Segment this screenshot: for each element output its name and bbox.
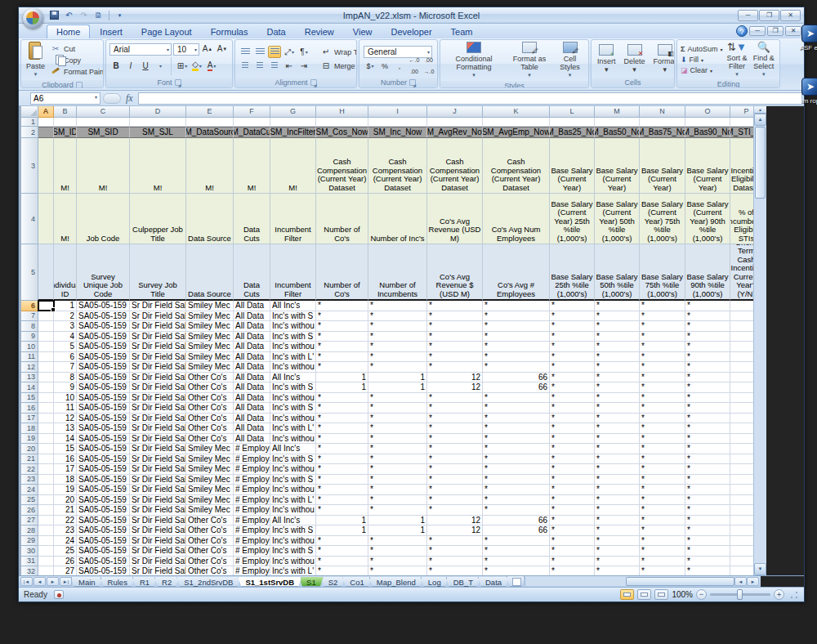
cell-E25[interactable]: Smiley Mec: [186, 495, 234, 506]
cell-I18[interactable]: *: [368, 423, 427, 434]
cell-M32[interactable]: *: [595, 566, 640, 575]
cell-L15[interactable]: *: [550, 393, 595, 404]
cell-P1[interactable]: [730, 118, 753, 127]
merge-center-button[interactable]: ⊟Merge & Center▾: [319, 60, 357, 71]
cell-J27[interactable]: 12: [427, 516, 483, 526]
cell-O23[interactable]: *: [685, 475, 730, 485]
cell-O19[interactable]: *: [685, 434, 730, 445]
cell-F25[interactable]: # Employe: [234, 495, 270, 506]
alignment-dialog-launcher[interactable]: [310, 79, 317, 86]
sheet-tab-co1[interactable]: Co1: [342, 577, 371, 587]
cell-M18[interactable]: *: [595, 423, 640, 434]
cell-N7[interactable]: *: [640, 311, 685, 322]
cell-E30[interactable]: Other Co's: [186, 546, 234, 557]
cell-K23[interactable]: *: [483, 475, 550, 485]
sheet-tab-log[interactable]: Log: [421, 577, 449, 587]
cell-H5[interactable]: Number of Co's: [316, 244, 368, 301]
cell-L7[interactable]: *: [550, 311, 595, 322]
cell-C24[interactable]: SA05-05-159: [77, 485, 130, 495]
cell-F17[interactable]: All Data: [234, 414, 270, 424]
cell-O24[interactable]: *: [685, 485, 730, 495]
row-header-32[interactable]: 32: [21, 566, 38, 575]
cell-C13[interactable]: SA05-05-159: [77, 373, 130, 383]
cell-D3[interactable]: M!: [130, 138, 186, 194]
cell-B24[interactable]: 19: [54, 485, 77, 495]
cell-H3[interactable]: Cash Compensation (Current Year) Dataset: [316, 138, 368, 194]
underline-button[interactable]: U: [139, 60, 152, 72]
column-header-A[interactable]: A: [38, 106, 54, 118]
cell-J1[interactable]: [427, 118, 483, 127]
page-layout-view-button[interactable]: [637, 589, 651, 600]
cell-G29[interactable]: Inc's withou: [270, 536, 316, 547]
cell-K14[interactable]: 66: [483, 382, 550, 393]
cell-G14[interactable]: Inc's with S: [270, 382, 316, 393]
vertical-scrollbar[interactable]: ▲▼ ▲ ▼: [753, 106, 766, 575]
cell-A22[interactable]: [38, 464, 54, 475]
cell-A12[interactable]: [38, 362, 54, 373]
cell-F7[interactable]: All Data: [234, 311, 270, 322]
cell-L17[interactable]: *: [550, 414, 595, 424]
cell-B6[interactable]: 1: [54, 301, 77, 311]
resize-grip[interactable]: [789, 590, 799, 600]
cell-H31[interactable]: *: [316, 557, 368, 567]
number-format-combo[interactable]: General▾: [364, 46, 432, 58]
cell-E8[interactable]: Smiley Mec: [186, 321, 234, 332]
cell-A7[interactable]: [38, 311, 54, 322]
cell-P12[interactable]: [730, 362, 753, 373]
ribbon-tab-review[interactable]: Review: [296, 25, 343, 38]
cell-J2[interactable]: SM_AvgRev_Now: [427, 127, 483, 138]
cell-O10[interactable]: *: [685, 342, 730, 352]
cell-O18[interactable]: *: [685, 423, 730, 434]
cell-D15[interactable]: Sr Dir Field Sal: [130, 393, 186, 404]
cell-J4[interactable]: Co's Avg Revenue (USD M): [427, 194, 483, 244]
cell-N24[interactable]: *: [640, 485, 685, 495]
cell-I1[interactable]: [368, 118, 427, 127]
align-bottom-button[interactable]: [268, 46, 281, 58]
cell-A11[interactable]: [38, 352, 54, 363]
cell-K27[interactable]: 66: [483, 516, 550, 526]
cell-M4[interactable]: Base Salary (Current Year) 50th %tile (1…: [595, 194, 640, 244]
format-cells-button[interactable]: ◧ Format▾: [650, 44, 675, 74]
cell-P22[interactable]: [730, 464, 753, 475]
cell-P30[interactable]: [730, 546, 753, 557]
cell-A3[interactable]: [38, 138, 54, 194]
cell-I27[interactable]: 1: [368, 516, 427, 526]
cell-N13[interactable]: *: [640, 373, 685, 383]
cell-F1[interactable]: [234, 118, 270, 127]
cell-M7[interactable]: *: [595, 311, 640, 322]
cell-F30[interactable]: # Employe: [234, 546, 270, 557]
cell-A1[interactable]: [38, 118, 54, 127]
cell-D28[interactable]: Sr Dir Field Sal: [130, 525, 186, 536]
cell-O28[interactable]: *: [685, 525, 730, 536]
cell-D23[interactable]: Sr Dir Field Sal: [130, 475, 186, 485]
cell-M8[interactable]: *: [595, 321, 640, 332]
italic-button[interactable]: I: [124, 60, 137, 72]
cell-A14[interactable]: [38, 382, 54, 393]
cell-L5[interactable]: Base Salary 25th %tile (1,000's): [550, 244, 595, 301]
column-header-B[interactable]: B: [54, 106, 77, 118]
scroll-left-arrow[interactable]: ◄: [734, 577, 747, 586]
cell-D29[interactable]: Sr Dir Field Sal: [130, 536, 186, 547]
cell-C26[interactable]: SA05-05-159: [77, 505, 130, 516]
cell-M20[interactable]: *: [595, 444, 640, 454]
cell-K4[interactable]: Co's Avg Num Employees: [483, 194, 550, 244]
formula-input[interactable]: [138, 92, 802, 105]
cell-F19[interactable]: All Data: [234, 434, 270, 445]
first-sheet-button[interactable]: |◄: [20, 577, 33, 586]
cell-G31[interactable]: Inc's withou: [270, 557, 316, 567]
cell-M25[interactable]: *: [595, 495, 640, 506]
cell-F18[interactable]: All Data: [234, 423, 270, 434]
column-header-K[interactable]: K: [483, 106, 550, 118]
cell-K20[interactable]: *: [483, 444, 550, 454]
cell-N11[interactable]: *: [640, 352, 685, 363]
cell-G27[interactable]: All Inc's: [270, 516, 316, 526]
cell-I2[interactable]: SM_Inc_Now: [368, 127, 427, 138]
zoom-in-button[interactable]: ＋: [774, 589, 784, 600]
cell-A17[interactable]: [38, 414, 54, 424]
cell-I24[interactable]: *: [368, 485, 427, 495]
cell-M27[interactable]: *: [595, 516, 640, 526]
cell-D26[interactable]: Sr Dir Field Sal: [130, 505, 186, 516]
cell-F12[interactable]: All Data: [234, 362, 270, 373]
cell-N28[interactable]: *: [640, 525, 685, 536]
page-break-view-button[interactable]: [654, 589, 668, 600]
